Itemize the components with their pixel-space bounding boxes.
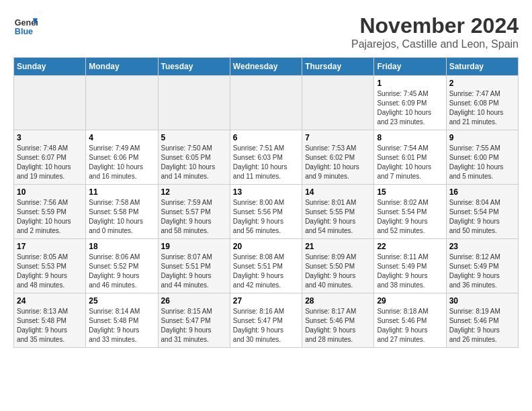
calendar-cell: 4Sunrise: 7:49 AM Sunset: 6:06 PM Daylig… [86, 130, 158, 185]
weekday-header: Thursday [302, 58, 374, 76]
day-number: 16 [449, 187, 515, 197]
day-info: Sunrise: 8:19 AM Sunset: 5:46 PM Dayligh… [449, 307, 515, 345]
day-info: Sunrise: 7:47 AM Sunset: 6:08 PM Dayligh… [449, 89, 515, 127]
calendar-cell [14, 76, 86, 130]
day-info: Sunrise: 8:05 AM Sunset: 5:53 PM Dayligh… [17, 253, 83, 290]
day-number: 12 [161, 187, 227, 197]
day-number: 1 [377, 79, 443, 88]
day-number: 3 [17, 133, 83, 142]
day-number: 13 [233, 187, 299, 197]
calendar-cell: 11Sunrise: 7:58 AM Sunset: 5:58 PM Dayli… [86, 185, 158, 239]
weekday-header: Sunday [14, 58, 86, 76]
calendar-cell [158, 76, 230, 130]
day-info: Sunrise: 8:17 AM Sunset: 5:46 PM Dayligh… [305, 307, 371, 345]
day-number: 14 [305, 187, 371, 197]
day-number: 28 [305, 296, 371, 306]
day-number: 2 [449, 79, 515, 88]
calendar-cell: 26Sunrise: 8:15 AM Sunset: 5:47 PM Dayli… [158, 293, 230, 348]
calendar-week-row: 24Sunrise: 8:13 AM Sunset: 5:48 PM Dayli… [14, 293, 519, 348]
day-info: Sunrise: 8:06 AM Sunset: 5:52 PM Dayligh… [89, 253, 154, 290]
day-info: Sunrise: 8:12 AM Sunset: 5:49 PM Dayligh… [449, 253, 515, 290]
day-number: 15 [377, 187, 443, 197]
calendar-cell: 3Sunrise: 7:48 AM Sunset: 6:07 PM Daylig… [14, 130, 86, 185]
day-number: 29 [377, 296, 443, 306]
day-number: 20 [233, 242, 299, 251]
svg-text:Blue: Blue [15, 27, 33, 36]
calendar-cell: 20Sunrise: 8:08 AM Sunset: 5:51 PM Dayli… [230, 239, 302, 293]
day-info: Sunrise: 8:00 AM Sunset: 5:56 PM Dayligh… [233, 198, 299, 236]
day-info: Sunrise: 8:18 AM Sunset: 5:46 PM Dayligh… [377, 307, 443, 345]
calendar-cell: 25Sunrise: 8:14 AM Sunset: 5:48 PM Dayli… [86, 293, 158, 348]
day-number: 22 [377, 242, 443, 251]
page-header: General Blue November 2024 Pajarejos, Ca… [13, 13, 519, 50]
day-number: 8 [377, 133, 443, 142]
calendar-cell: 7Sunrise: 7:53 AM Sunset: 6:02 PM Daylig… [302, 130, 374, 185]
day-info: Sunrise: 8:09 AM Sunset: 5:50 PM Dayligh… [305, 253, 371, 290]
calendar-week-row: 3Sunrise: 7:48 AM Sunset: 6:07 PM Daylig… [14, 130, 519, 185]
day-number: 18 [89, 242, 154, 251]
title-section: November 2024 Pajarejos, Castille and Le… [351, 13, 519, 50]
calendar-cell: 6Sunrise: 7:51 AM Sunset: 6:03 PM Daylig… [230, 130, 302, 185]
day-number: 25 [89, 296, 154, 306]
day-info: Sunrise: 7:55 AM Sunset: 6:00 PM Dayligh… [449, 144, 515, 181]
calendar-cell: 8Sunrise: 7:54 AM Sunset: 6:01 PM Daylig… [374, 130, 446, 185]
weekday-header-row: SundayMondayTuesdayWednesdayThursdayFrid… [14, 58, 519, 76]
logo-icon: General Blue [13, 13, 38, 38]
weekday-header: Wednesday [230, 58, 302, 76]
day-info: Sunrise: 7:49 AM Sunset: 6:06 PM Dayligh… [89, 144, 154, 181]
day-number: 27 [233, 296, 299, 306]
day-info: Sunrise: 7:53 AM Sunset: 6:02 PM Dayligh… [305, 144, 371, 181]
day-info: Sunrise: 7:59 AM Sunset: 5:57 PM Dayligh… [161, 198, 227, 236]
calendar-cell: 12Sunrise: 7:59 AM Sunset: 5:57 PM Dayli… [158, 185, 230, 239]
calendar-cell: 14Sunrise: 8:01 AM Sunset: 5:55 PM Dayli… [302, 185, 374, 239]
calendar-cell [230, 76, 302, 130]
day-number: 7 [305, 133, 371, 142]
day-number: 19 [161, 242, 227, 251]
day-info: Sunrise: 7:45 AM Sunset: 6:09 PM Dayligh… [377, 89, 443, 127]
day-number: 26 [161, 296, 227, 306]
calendar-cell: 16Sunrise: 8:04 AM Sunset: 5:54 PM Dayli… [446, 185, 518, 239]
calendar-cell: 18Sunrise: 8:06 AM Sunset: 5:52 PM Dayli… [86, 239, 158, 293]
day-info: Sunrise: 8:08 AM Sunset: 5:51 PM Dayligh… [233, 253, 299, 290]
calendar-table: SundayMondayTuesdayWednesdayThursdayFrid… [13, 57, 519, 348]
day-info: Sunrise: 7:48 AM Sunset: 6:07 PM Dayligh… [17, 144, 83, 181]
calendar-cell: 15Sunrise: 8:02 AM Sunset: 5:54 PM Dayli… [374, 185, 446, 239]
day-info: Sunrise: 8:07 AM Sunset: 5:51 PM Dayligh… [161, 253, 227, 290]
calendar-cell: 21Sunrise: 8:09 AM Sunset: 5:50 PM Dayli… [302, 239, 374, 293]
calendar-cell: 19Sunrise: 8:07 AM Sunset: 5:51 PM Dayli… [158, 239, 230, 293]
day-number: 10 [17, 187, 83, 197]
weekday-header: Friday [374, 58, 446, 76]
day-info: Sunrise: 7:54 AM Sunset: 6:01 PM Dayligh… [377, 144, 443, 181]
day-number: 6 [233, 133, 299, 142]
day-info: Sunrise: 7:56 AM Sunset: 5:59 PM Dayligh… [17, 198, 83, 236]
day-info: Sunrise: 8:16 AM Sunset: 5:47 PM Dayligh… [233, 307, 299, 345]
calendar-cell: 24Sunrise: 8:13 AM Sunset: 5:48 PM Dayli… [14, 293, 86, 348]
location-title: Pajarejos, Castille and Leon, Spain [351, 38, 519, 50]
day-info: Sunrise: 8:02 AM Sunset: 5:54 PM Dayligh… [377, 198, 443, 236]
month-title: November 2024 [351, 13, 519, 38]
day-info: Sunrise: 8:14 AM Sunset: 5:48 PM Dayligh… [89, 307, 154, 345]
day-info: Sunrise: 8:13 AM Sunset: 5:48 PM Dayligh… [17, 307, 83, 345]
calendar-cell: 30Sunrise: 8:19 AM Sunset: 5:46 PM Dayli… [446, 293, 518, 348]
calendar-cell: 29Sunrise: 8:18 AM Sunset: 5:46 PM Dayli… [374, 293, 446, 348]
calendar-cell: 13Sunrise: 8:00 AM Sunset: 5:56 PM Dayli… [230, 185, 302, 239]
day-number: 5 [161, 133, 227, 142]
day-number: 11 [89, 187, 154, 197]
calendar-cell: 2Sunrise: 7:47 AM Sunset: 6:08 PM Daylig… [446, 76, 518, 130]
day-info: Sunrise: 8:01 AM Sunset: 5:55 PM Dayligh… [305, 198, 371, 236]
day-number: 24 [17, 296, 83, 306]
day-number: 4 [89, 133, 154, 142]
calendar-cell: 5Sunrise: 7:50 AM Sunset: 6:05 PM Daylig… [158, 130, 230, 185]
calendar-cell: 28Sunrise: 8:17 AM Sunset: 5:46 PM Dayli… [302, 293, 374, 348]
calendar-cell: 1Sunrise: 7:45 AM Sunset: 6:09 PM Daylig… [374, 76, 446, 130]
calendar-week-row: 1Sunrise: 7:45 AM Sunset: 6:09 PM Daylig… [14, 76, 519, 130]
weekday-header: Tuesday [158, 58, 230, 76]
day-info: Sunrise: 8:11 AM Sunset: 5:49 PM Dayligh… [377, 253, 443, 290]
calendar-cell: 27Sunrise: 8:16 AM Sunset: 5:47 PM Dayli… [230, 293, 302, 348]
calendar-cell: 17Sunrise: 8:05 AM Sunset: 5:53 PM Dayli… [14, 239, 86, 293]
day-info: Sunrise: 7:50 AM Sunset: 6:05 PM Dayligh… [161, 144, 227, 181]
day-number: 23 [449, 242, 515, 251]
day-info: Sunrise: 8:15 AM Sunset: 5:47 PM Dayligh… [161, 307, 227, 345]
day-info: Sunrise: 7:51 AM Sunset: 6:03 PM Dayligh… [233, 144, 299, 181]
day-number: 9 [449, 133, 515, 142]
